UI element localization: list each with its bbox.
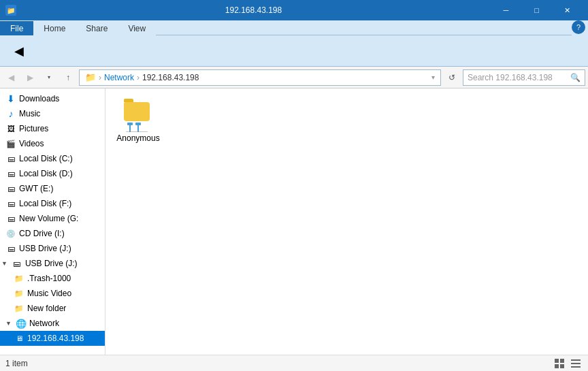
ip-192-icon: 🖥 <box>14 333 24 344</box>
sidebar-item-trash-1000[interactable]: 📁 .Trash-1000 <box>0 271 105 286</box>
ribbon-bar: ◀ <box>0 35 588 67</box>
sidebar-item-local-f[interactable]: 🖴 Local Disk (F:) <box>0 196 105 211</box>
svg-rect-7 <box>555 364 559 368</box>
search-bar[interactable]: Search 192.168.43.198 🔍 <box>463 69 585 86</box>
detail-view-button[interactable] <box>569 357 583 370</box>
music-video-icon: 📁 <box>14 288 24 299</box>
status-bar-right <box>553 357 583 370</box>
cd-i-icon: 💿 <box>5 228 16 239</box>
back-icon: ◀ <box>14 45 24 57</box>
sidebar-label-music: Music <box>19 109 40 118</box>
sidebar-item-new-volume-g[interactable]: 🖴 New Volume (G: <box>0 211 105 226</box>
sidebar-item-local-c[interactable]: 🖴 Local Disk (C:) <box>0 151 105 166</box>
search-icon: 🔍 <box>570 73 581 82</box>
content-area: Anonymous <box>105 88 588 355</box>
ribbon-tabs: File Home Share View ? <box>0 20 588 35</box>
tab-share[interactable]: Share <box>76 21 118 35</box>
videos-icon: 🎬 <box>5 138 16 149</box>
tab-home[interactable]: Home <box>33 21 76 35</box>
anonymous-label: Anonymous <box>116 133 159 143</box>
new-volume-g-icon: 🖴 <box>5 213 16 224</box>
local-f-icon: 🖴 <box>5 198 16 209</box>
ribbon-back-btn[interactable]: ◀ <box>5 43 33 59</box>
svg-rect-10 <box>571 363 581 364</box>
list-view-button[interactable] <box>553 357 566 370</box>
network-expand-icon: ▼ <box>5 320 12 327</box>
window-title: 192.168.43.198 <box>20 5 487 15</box>
up-button[interactable]: ↑ <box>60 69 76 86</box>
sidebar-label-ip-192: 192.168.43.198 <box>27 334 84 343</box>
detail-view-icon <box>571 359 581 368</box>
help-button[interactable]: ? <box>572 20 585 34</box>
sidebar-item-videos[interactable]: 🎬 Videos <box>0 136 105 151</box>
sidebar-label-local-f: Local Disk (F:) <box>19 199 71 208</box>
sidebar-item-new-folder[interactable]: 📁 New folder <box>0 301 105 316</box>
breadcrumb-network[interactable]: Network <box>104 73 134 82</box>
downloads-icon: ⬇ <box>5 93 16 104</box>
back-button[interactable]: ◀ <box>3 69 19 86</box>
sidebar-label-pictures: Pictures <box>19 124 48 133</box>
address-dropdown-icon[interactable]: ▾ <box>431 74 435 81</box>
title-bar: 📁 192.168.43.198 ─ □ ✕ <box>0 0 588 20</box>
collapse-icon: ▼ <box>1 260 7 267</box>
sidebar-item-pictures[interactable]: 🖼 Pictures <box>0 121 105 136</box>
svg-rect-6 <box>560 359 564 363</box>
sidebar-item-cd-i[interactable]: 💿 CD Drive (I:) <box>0 226 105 241</box>
sidebar-label-network: Network <box>29 319 59 328</box>
trash-1000-icon: 📁 <box>14 273 24 284</box>
svg-rect-2 <box>127 123 133 125</box>
usb-j-expand-icon: 🖴 <box>12 258 22 269</box>
address-bar[interactable]: 📁 › Network › 192.168.43.198 ▾ <box>79 69 441 86</box>
sidebar-item-usb-j-top[interactable]: 🖴 USB Drive (J:) <box>0 241 105 256</box>
svg-rect-8 <box>560 364 564 368</box>
item-count: 1 item <box>5 359 28 368</box>
breadcrumb-ip: 192.168.43.198 <box>142 73 199 82</box>
content-item-anonymous[interactable]: Anonymous <box>111 94 165 146</box>
main-area: ⬇ Downloads ♪ Music 🖼 Pictures 🎬 Videos … <box>0 88 588 355</box>
forward-button[interactable]: ▶ <box>22 69 38 86</box>
new-folder-icon: 📁 <box>14 303 24 314</box>
sidebar-label-usb-j-expand: USB Drive (J:) <box>25 259 78 268</box>
sidebar-item-downloads[interactable]: ⬇ Downloads <box>0 91 105 106</box>
sidebar-item-music[interactable]: ♪ Music <box>0 106 105 121</box>
sidebar-item-ip-192[interactable]: 🖥 192.168.43.198 <box>0 331 105 346</box>
pictures-icon: 🖼 <box>5 123 16 134</box>
title-bar-icons: 📁 <box>5 5 16 16</box>
minimize-button[interactable]: ─ <box>491 0 521 20</box>
sidebar-item-gwt-e[interactable]: 🖴 GWT (E:) <box>0 181 105 196</box>
sidebar-label-local-c: Local Disk (C:) <box>19 154 73 163</box>
close-button[interactable]: ✕ <box>552 0 583 20</box>
svg-rect-5 <box>555 359 559 363</box>
sidebar-item-local-d[interactable]: 🖴 Local Disk (D:) <box>0 166 105 181</box>
network-icon: 🌐 <box>16 318 27 329</box>
tab-file[interactable]: File <box>0 21 33 35</box>
local-c-icon: 🖴 <box>5 153 16 164</box>
refresh-button[interactable]: ↺ <box>444 69 460 86</box>
sidebar-label-new-volume-g: New Volume (G: <box>19 214 78 223</box>
window-controls[interactable]: ─ □ ✕ <box>491 0 583 20</box>
sidebar-label-usb-j-top: USB Drive (J:) <box>19 244 71 253</box>
sidebar-item-network[interactable]: ▼ 🌐 Network <box>0 316 105 331</box>
search-placeholder: Search 192.168.43.198 <box>468 73 553 82</box>
sidebar-label-local-d: Local Disk (D:) <box>19 169 73 178</box>
sidebar: ⬇ Downloads ♪ Music 🖼 Pictures 🎬 Videos … <box>0 88 105 355</box>
sidebar-label-cd-i: CD Drive (I:) <box>19 229 65 238</box>
maximize-button[interactable]: □ <box>521 0 552 20</box>
sidebar-label-gwt-e: GWT (E:) <box>19 184 53 193</box>
window-icon: 📁 <box>5 5 16 16</box>
anonymous-folder-icon <box>122 97 154 132</box>
gwt-e-icon: 🖴 <box>5 183 16 194</box>
sidebar-item-usb-j-expand[interactable]: ▼ 🖴 USB Drive (J:) <box>0 256 105 271</box>
sidebar-item-music-video[interactable]: 📁 Music Video <box>0 286 105 301</box>
tab-view[interactable]: View <box>118 21 156 35</box>
status-bar: 1 item <box>0 355 588 371</box>
sidebar-label-videos: Videos <box>19 139 44 148</box>
sidebar-label-downloads: Downloads <box>19 94 59 103</box>
dropdown-button[interactable]: ▾ <box>41 69 57 86</box>
svg-rect-11 <box>571 366 581 368</box>
usb-j-top-icon: 🖴 <box>5 243 16 254</box>
list-view-icon <box>555 359 564 368</box>
breadcrumb: 📁 › Network › 192.168.43.198 <box>85 72 199 82</box>
local-d-icon: 🖴 <box>5 168 16 179</box>
sidebar-label-trash-1000: .Trash-1000 <box>27 274 71 283</box>
